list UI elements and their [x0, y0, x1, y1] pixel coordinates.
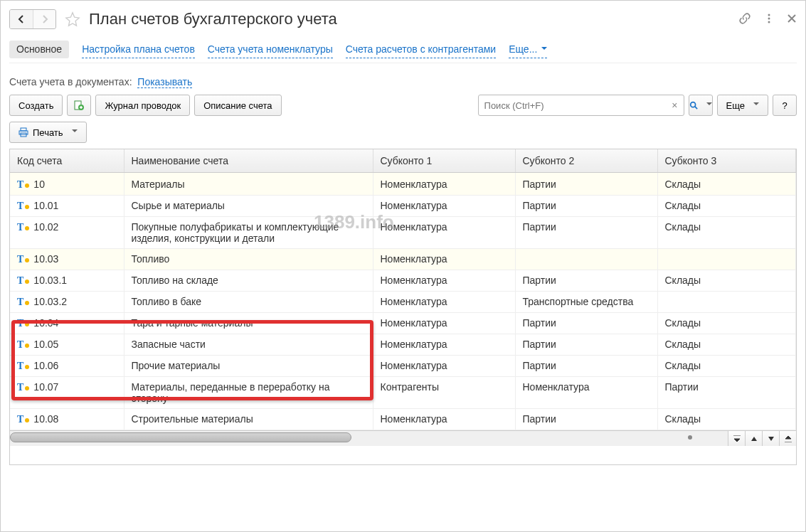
cell-code: 10.03: [33, 253, 58, 265]
tab-more[interactable]: Еще...: [509, 41, 547, 58]
horizontal-scrollbar[interactable]: [10, 431, 728, 446]
table-row[interactable]: Т10.02Покупные полуфабрикаты и комплекту…: [10, 217, 796, 249]
print-button-label: Печать: [33, 127, 63, 138]
cell-sub3: Склады: [657, 409, 796, 430]
forward-button[interactable]: [33, 10, 55, 28]
cell-name: Прочие материалы: [124, 356, 373, 377]
chart-of-accounts-window: План счетов бухгалтерского учета Основно…: [0, 0, 806, 532]
table-row[interactable]: Т10.03.2Топливо в бакеНоменклатураТрансп…: [10, 292, 796, 313]
table-row[interactable]: Т10.04Тара и тарные материалыНоменклатур…: [10, 313, 796, 334]
cell-sub1: Номенклатура: [373, 313, 515, 334]
back-button[interactable]: [10, 10, 33, 28]
col-name[interactable]: Наименование счета: [124, 149, 373, 173]
cell-name: Тара и тарные материалы: [124, 313, 373, 334]
cell-sub1: Номенклатура: [373, 196, 515, 217]
close-icon[interactable]: [787, 14, 797, 26]
row-nav-bottom[interactable]: [779, 431, 796, 446]
tab-main[interactable]: Основное: [9, 41, 69, 58]
cell-sub2: Партии: [515, 196, 657, 217]
cell-sub2: Партии: [515, 313, 657, 334]
cell-code: 10.03.2: [33, 296, 67, 307]
cell-sub1: Номенклатура: [373, 409, 515, 430]
cell-sub2: Партии: [515, 409, 657, 430]
cell-name: Запасные части: [124, 334, 373, 356]
scrollbar-marker: [688, 435, 692, 440]
cell-code: 10.03.1: [33, 275, 67, 286]
search-clear-icon[interactable]: ×: [666, 100, 683, 111]
help-button[interactable]: ?: [773, 95, 797, 116]
col-code[interactable]: Код счета: [10, 149, 124, 173]
cell-sub2: Партии: [515, 173, 657, 196]
search-field[interactable]: ×: [478, 95, 684, 116]
scrollbar-thumb[interactable]: [10, 432, 351, 442]
cell-sub1: Номенклатура: [373, 249, 515, 270]
tabs-bar: Основное Настройка плана счетов Счета уч…: [9, 41, 797, 63]
table-row[interactable]: Т10.08Строительные материалыНоменклатура…: [10, 409, 796, 430]
svg-point-0: [768, 14, 770, 16]
description-button[interactable]: Описание счета: [194, 95, 281, 116]
cell-name: Материалы: [124, 173, 373, 196]
cell-name: Материалы, переданные в переработку на с…: [124, 377, 373, 409]
table-row[interactable]: Т10.06Прочие материалыНоменклатураПартии…: [10, 356, 796, 377]
cell-sub2: Партии: [515, 334, 657, 356]
more-button[interactable]: Еще: [717, 95, 768, 116]
link-icon[interactable]: [738, 12, 751, 27]
cell-code: 10.08: [33, 413, 58, 425]
cell-code: 10: [33, 179, 45, 190]
cell-name: Строительные материалы: [124, 409, 373, 430]
cell-sub2: [515, 249, 657, 270]
cell-sub2: Партии: [515, 270, 657, 292]
table-row[interactable]: Т10.03ТопливоНоменклатура: [10, 249, 796, 270]
cell-sub1: Номенклатура: [373, 270, 515, 292]
grid-footer: [10, 430, 796, 446]
col-sub3[interactable]: Субконто 3: [657, 149, 796, 173]
col-sub2[interactable]: Субконто 2: [515, 149, 657, 173]
account-icon: Т: [17, 297, 29, 308]
cell-name: Покупные полуфабрикаты и комплектующие и…: [124, 217, 373, 249]
accounts-grid[interactable]: Код счета Наименование счета Субконто 1 …: [10, 149, 796, 430]
tab-plan-settings[interactable]: Настройка плана счетов: [82, 41, 195, 58]
cell-sub1: Номенклатура: [373, 356, 515, 377]
col-sub1[interactable]: Субконто 1: [373, 149, 515, 173]
cell-sub3: [657, 292, 796, 313]
account-icon: Т: [17, 361, 29, 372]
account-icon: Т: [17, 414, 29, 425]
table-row[interactable]: Т10МатериалыНоменклатураПартииСклады: [10, 173, 796, 196]
cell-code: 10.05: [33, 339, 58, 350]
create-copy-button[interactable]: [67, 95, 91, 116]
cell-code: 10.04: [33, 317, 58, 329]
toolbar: Создать Журнал проводок Описание счета ×…: [9, 95, 797, 116]
table-row[interactable]: Т10.07Материалы, переданные в переработк…: [10, 377, 796, 409]
journal-button[interactable]: Журнал проводок: [95, 95, 190, 116]
row-nav-top[interactable]: [728, 431, 745, 446]
favorite-star-icon[interactable]: [65, 11, 80, 27]
account-icon: Т: [17, 382, 29, 393]
search-options-button[interactable]: [689, 95, 713, 116]
account-icon: Т: [17, 339, 29, 351]
grid-header-row: Код счета Наименование счета Субконто 1 …: [10, 149, 796, 173]
svg-rect-6: [21, 128, 26, 131]
kebab-menu-icon[interactable]: [764, 14, 774, 26]
cell-sub2: Номенклатура: [515, 377, 657, 409]
account-icon: Т: [17, 254, 29, 265]
table-row[interactable]: Т10.01Сырье и материалыНоменклатураПарти…: [10, 196, 796, 217]
cell-sub2: Партии: [515, 217, 657, 249]
tab-nomenclature-accounts[interactable]: Счета учета номенклатуры: [208, 41, 333, 58]
cell-name: Сырье и материалы: [124, 196, 373, 217]
search-input[interactable]: [479, 100, 667, 111]
account-icon: Т: [17, 275, 29, 287]
filter-show-link[interactable]: Показывать: [137, 76, 192, 88]
cell-sub3: [657, 249, 796, 270]
cell-name: Топливо в баке: [124, 292, 373, 313]
row-nav-up[interactable]: [745, 431, 762, 446]
cell-sub3: Склады: [657, 196, 796, 217]
print-button[interactable]: Печать: [9, 122, 87, 143]
cell-sub1: Контрагенты: [373, 377, 515, 409]
row-nav-down[interactable]: [762, 431, 779, 446]
tab-contractor-accounts[interactable]: Счета расчетов с контрагентами: [346, 41, 496, 58]
table-row[interactable]: Т10.05Запасные частиНоменклатураПартииСк…: [10, 334, 796, 356]
cell-sub1: Номенклатура: [373, 292, 515, 313]
table-row[interactable]: Т10.03.1Топливо на складеНоменклатураПар…: [10, 270, 796, 292]
cell-sub2: Партии: [515, 356, 657, 377]
create-button[interactable]: Создать: [9, 95, 63, 116]
